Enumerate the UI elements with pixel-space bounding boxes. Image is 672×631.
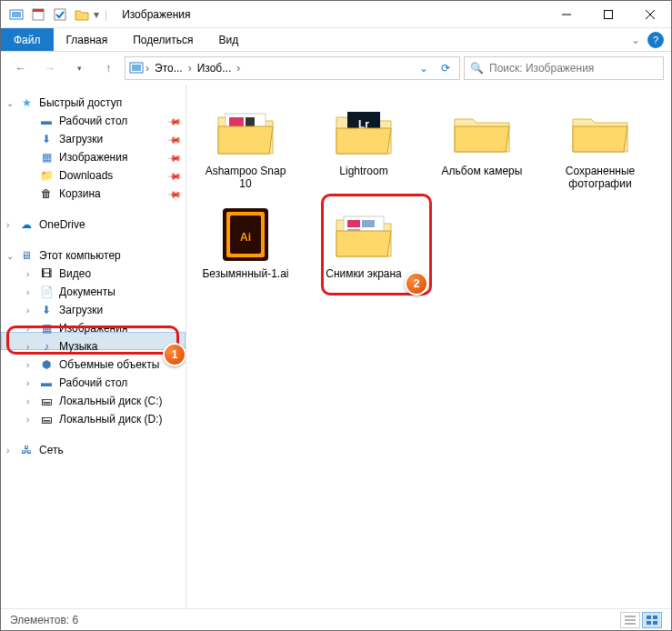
tree-label: Изображения bbox=[59, 151, 127, 164]
help-icon[interactable]: ? bbox=[647, 32, 664, 48]
network-icon: 🖧 bbox=[19, 443, 34, 457]
address-bar[interactable]: › Это... › Изоб... › ⌄ ⟳ bbox=[125, 56, 460, 80]
crumb-sep-icon[interactable]: › bbox=[145, 62, 149, 75]
ribbon-tab-share[interactable]: Поделиться bbox=[120, 28, 206, 51]
ribbon-file-tab[interactable]: Файл bbox=[1, 28, 54, 51]
svg-rect-6 bbox=[605, 10, 613, 18]
tree-label: Рабочий стол bbox=[59, 115, 127, 127]
tree-label: Объемные объекты bbox=[59, 358, 159, 371]
svg-rect-3 bbox=[33, 9, 44, 12]
tree-documents[interactable]: ›📄Документы bbox=[1, 283, 186, 301]
tree-network[interactable]: ›🖧Сеть bbox=[1, 441, 186, 459]
folder-item[interactable]: Ashampoo Snap 10 bbox=[196, 99, 296, 195]
folder-item[interactable]: LrCAT Lightroom bbox=[314, 99, 414, 195]
tree-label: Изображения bbox=[59, 322, 127, 335]
pictures-icon: ▦ bbox=[39, 321, 54, 336]
view-details-button[interactable] bbox=[620, 612, 640, 628]
nav-up-button[interactable]: ↑ bbox=[95, 55, 121, 81]
annotation-badge-2: 2 bbox=[405, 272, 428, 295]
folder-item[interactable]: Сохраненные фотографии bbox=[550, 99, 650, 195]
nav-forward-button[interactable]: → bbox=[37, 55, 63, 81]
tree-label: Видео bbox=[59, 267, 91, 280]
tree-label: Этот компьютер bbox=[39, 249, 121, 262]
view-icons-button[interactable] bbox=[642, 612, 662, 628]
tree-label: Рабочий стол bbox=[59, 376, 127, 389]
tree-downloads2[interactable]: 📁Downloads📌 bbox=[1, 166, 186, 185]
svg-rect-12 bbox=[229, 117, 244, 126]
tree-desktop[interactable]: ▬Рабочий стол📌 bbox=[1, 112, 186, 130]
app-icon bbox=[6, 5, 26, 25]
tree-downloads-pc[interactable]: ›⬇Загрузки bbox=[1, 301, 186, 319]
item-label: Безымянный-1.ai bbox=[202, 267, 288, 280]
svg-rect-31 bbox=[653, 621, 657, 625]
folder-item[interactable]: Альбом камеры bbox=[432, 99, 532, 195]
window-title: Изображения bbox=[116, 8, 546, 21]
crumb-sep-icon[interactable]: › bbox=[236, 62, 240, 75]
crumb-sep-icon[interactable]: › bbox=[188, 62, 192, 75]
search-box[interactable]: 🔍 Поиск: Изображения bbox=[464, 56, 664, 80]
pictures-icon: ▦ bbox=[39, 150, 54, 165]
items-view[interactable]: 2 Ashampoo Snap 10 LrCAT Lightroom Альбо… bbox=[186, 85, 671, 608]
videos-icon: 🎞 bbox=[39, 266, 54, 281]
nav-tree[interactable]: 1 ⌄★Быстрый доступ ▬Рабочий стол📌 ⬇Загру… bbox=[1, 85, 186, 608]
minimize-button[interactable] bbox=[546, 1, 587, 28]
refresh-button[interactable]: ⟳ bbox=[436, 62, 456, 75]
tree-label: Загрузки bbox=[59, 304, 103, 316]
pc-icon: 🖥 bbox=[19, 248, 34, 263]
tree-label: Downloads bbox=[59, 169, 113, 182]
qat-checkbox-icon[interactable] bbox=[50, 5, 70, 25]
tree-thispc[interactable]: ⌄🖥Этот компьютер bbox=[1, 246, 186, 265]
ai-file-icon: Ai bbox=[212, 205, 279, 264]
desktop-icon: ▬ bbox=[39, 376, 54, 390]
qat-folder-icon[interactable] bbox=[72, 5, 92, 25]
star-icon: ★ bbox=[19, 95, 34, 110]
item-label: Lightroom bbox=[339, 165, 387, 177]
tree-recycle[interactable]: 🗑Корзина📌 bbox=[1, 185, 186, 203]
tree-pictures-pc[interactable]: ›▦Изображения bbox=[1, 319, 186, 337]
navbar: ← → ▾ ↑ › Это... › Изоб... › ⌄ ⟳ 🔍 Поиск… bbox=[1, 52, 671, 85]
pin-icon: 📌 bbox=[167, 186, 182, 201]
qat-dropdown-icon[interactable]: ▾ bbox=[94, 8, 99, 21]
pin-icon: 📌 bbox=[167, 132, 182, 146]
folder-icon: 📁 bbox=[39, 168, 54, 183]
ribbon-expand-icon[interactable]: ⌄ bbox=[631, 34, 640, 46]
tree-label: Локальный диск (C:) bbox=[59, 395, 163, 407]
close-button[interactable] bbox=[629, 1, 671, 28]
status-text: Элементов: 6 bbox=[10, 614, 78, 626]
svg-rect-28 bbox=[647, 616, 651, 619]
folder-thumb-icon bbox=[212, 103, 279, 161]
tree-desktop-pc[interactable]: ›▬Рабочий стол bbox=[1, 374, 186, 392]
tree-pictures-quick[interactable]: ▦Изображения📌 bbox=[1, 148, 186, 166]
tree-videos[interactable]: ›🎞Видео bbox=[1, 265, 186, 283]
maximize-button[interactable] bbox=[587, 1, 629, 28]
ribbon-tab-home[interactable]: Главная bbox=[54, 28, 121, 51]
tree-downloads[interactable]: ⬇Загрузки📌 bbox=[1, 130, 186, 148]
search-placeholder: Поиск: Изображения bbox=[489, 62, 594, 75]
nav-back-button[interactable]: ← bbox=[8, 55, 34, 81]
svg-rect-22 bbox=[347, 220, 360, 227]
qat-properties-icon[interactable] bbox=[28, 5, 48, 25]
tree-quick-access[interactable]: ⌄★Быстрый доступ bbox=[1, 94, 186, 112]
folder-item[interactable]: Снимки экрана bbox=[314, 202, 414, 284]
tree-label: Сеть bbox=[39, 444, 64, 456]
tree-drive-c[interactable]: ›🖴Локальный диск (C:) bbox=[1, 392, 186, 410]
drive-icon: 🖴 bbox=[39, 412, 54, 426]
nav-recent-button[interactable]: ▾ bbox=[66, 55, 92, 81]
ribbon: Файл Главная Поделиться Вид ⌄ ? bbox=[1, 28, 671, 52]
file-item[interactable]: Ai Безымянный-1.ai bbox=[196, 202, 296, 284]
objects-icon: ⬢ bbox=[39, 357, 54, 372]
folder-icon bbox=[567, 103, 634, 161]
folder-thumb-icon bbox=[330, 205, 397, 264]
tree-label: Корзина bbox=[59, 187, 101, 200]
tree-drive-d[interactable]: ›🖴Локальный диск (D:) bbox=[1, 410, 186, 428]
pictures-icon bbox=[129, 61, 144, 75]
tree-music[interactable]: ›♪Музыка bbox=[1, 337, 186, 356]
tree-onedrive[interactable]: ›☁OneDrive bbox=[1, 215, 186, 234]
drive-icon: 🖴 bbox=[39, 394, 54, 408]
address-dropdown-icon[interactable]: ⌄ bbox=[414, 62, 434, 75]
titlebar: ▾ | Изображения bbox=[1, 1, 671, 28]
ribbon-tab-view[interactable]: Вид bbox=[206, 28, 251, 51]
breadcrumb-pictures[interactable]: Изоб... bbox=[194, 62, 236, 75]
tree-3dobjects[interactable]: ›⬢Объемные объекты bbox=[1, 356, 186, 374]
breadcrumb-thispc[interactable]: Это... bbox=[151, 62, 186, 75]
